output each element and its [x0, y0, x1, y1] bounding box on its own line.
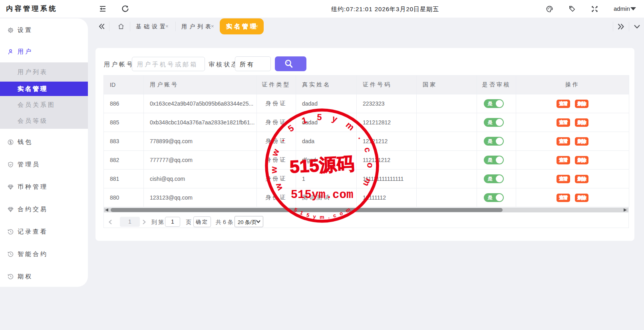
- svg-text:515源码: 515源码: [289, 154, 355, 176]
- svg-text:515ym.com: 515ym.com: [291, 188, 354, 202]
